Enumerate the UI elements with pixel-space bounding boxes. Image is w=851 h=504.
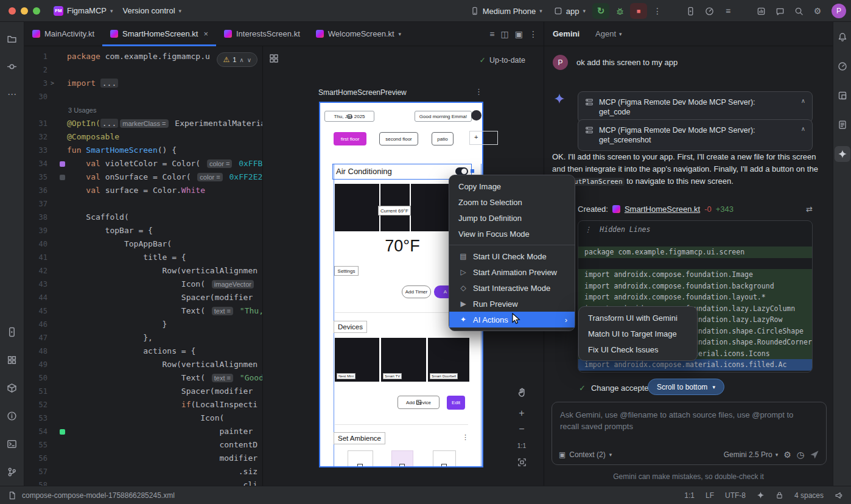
lock-icon[interactable] (776, 491, 783, 499)
send-icon[interactable] (810, 450, 819, 460)
logcat-icon[interactable]: ≡ (720, 3, 737, 19)
submenu-item-match-ui-to-target-image[interactable]: Match UI to Target Image (579, 326, 697, 341)
add-device-button[interactable]: + Add Device (397, 396, 440, 409)
settings-gear-icon[interactable]: ⚙ (809, 3, 826, 19)
tab-agent[interactable]: Agent ▾ (595, 29, 622, 38)
preview-more-icon[interactable]: ⋮ (475, 87, 483, 96)
inspections-widget[interactable]: ⚠ 1 ∧ ∨ (217, 52, 257, 67)
selection-handle[interactable] (471, 169, 474, 173)
search-icon[interactable] (790, 3, 807, 19)
fold-icon[interactable]: > (47, 77, 57, 90)
vcs-menu[interactable]: Version control ▾ (118, 3, 187, 19)
notifications-bell-icon[interactable] (835, 29, 850, 45)
tab-smarthomescreen[interactable]: SmartHomeScreen.kt × (102, 22, 216, 46)
preview-title[interactable]: SmartHomeScreenPreview (318, 88, 407, 97)
minimize-window-button[interactable] (21, 7, 28, 15)
project-tool-icon[interactable] (4, 30, 20, 46)
caret-position[interactable]: 1:1 (684, 491, 695, 500)
color-swatch[interactable] (60, 175, 65, 180)
prompt-settings-icon[interactable]: ⚙ (783, 450, 791, 460)
color-swatch[interactable] (60, 161, 65, 167)
layout-editor-icon[interactable]: ▣ (515, 29, 523, 39)
indent-setting[interactable]: 4 spaces (794, 491, 824, 500)
floor-chip-patio[interactable]: patio (432, 132, 454, 145)
scroll-to-bottom-button[interactable]: Scroll to bottom ▾ (648, 379, 724, 395)
device-selector[interactable]: Medium Phone ▾ (466, 3, 547, 19)
submenu-item-transform-ui-with-gemini[interactable]: Transform UI with Gemini (579, 310, 697, 326)
menu-item-run-preview[interactable]: ▶Run Preview (449, 296, 575, 312)
add-timer-button[interactable]: Add Timer (402, 285, 431, 298)
ai-chat-icon[interactable] (771, 3, 788, 19)
code-editor[interactable]: 1package com.example.figmamcp.u23>import… (24, 46, 262, 486)
menu-item-start-animation-preview[interactable]: ▷Start Animation Preview (449, 264, 575, 280)
run-config-selector[interactable]: app ▾ (549, 3, 590, 19)
services-tool-icon[interactable] (4, 352, 20, 368)
megaphone-icon[interactable] (835, 491, 843, 500)
menu-item-zoom-to-selection[interactable]: Zoom to Selection (449, 194, 575, 210)
usages-hint[interactable]: 3 Usages (24, 103, 262, 117)
ambience-more-icon[interactable]: ⋮ (462, 433, 469, 441)
hidden-lines-label[interactable]: ⋮ Hidden Lines (578, 224, 812, 236)
preview-layout-icon[interactable] (269, 54, 279, 63)
menu-item-jump-to-definition[interactable]: Jump to Definition (449, 210, 575, 226)
context-selector[interactable]: ▣ Context (2) ▾ (559, 450, 612, 459)
stop-button[interactable]: ■ (630, 3, 647, 19)
maximize-window-button[interactable] (33, 7, 40, 15)
ai-spark-icon[interactable] (757, 491, 765, 499)
floor-chip-add[interactable]: + (469, 131, 498, 145)
menu-item-start-interactive-mode[interactable]: ◇Start Interactive Mode (449, 280, 575, 296)
zoom-in-button[interactable]: + (513, 408, 531, 419)
version-control-tool-icon[interactable] (4, 464, 20, 480)
zoom-out-button[interactable]: − (513, 424, 531, 435)
menu-item-view-in-focus-mode[interactable]: View in Focus Mode (449, 226, 575, 242)
expand-icon[interactable]: ∧ (801, 97, 805, 104)
user-avatar[interactable]: P (832, 4, 846, 18)
floor-chip-first[interactable]: first floor (334, 132, 366, 145)
more-tools-icon[interactable]: ⋯ (4, 86, 20, 102)
zoom-to-fit-button[interactable] (513, 458, 531, 467)
close-window-button[interactable] (9, 7, 16, 15)
created-file-link[interactable]: SmartHomeScreen.kt (625, 205, 700, 214)
model-selector[interactable]: Gemini 2.5 Pro ▾ (724, 450, 779, 459)
submenu-item-fix-ui-check-issues[interactable]: Fix UI Check Issues (579, 341, 697, 357)
gemini-input[interactable]: Ask Gemini, use @filename to attach sour… (552, 402, 827, 465)
tab-mainactivity[interactable]: MainActivity.kt (24, 22, 102, 46)
open-diff-icon[interactable]: ⇄ (806, 205, 813, 214)
color-swatch[interactable] (60, 429, 65, 435)
menu-item-copy-image[interactable]: Copy Image (449, 178, 575, 194)
next-issue-icon[interactable]: ∨ (247, 57, 251, 63)
more-options-icon[interactable]: ⋮ (529, 29, 538, 39)
layout-inspector-icon[interactable] (835, 88, 850, 103)
split-editor-icon[interactable]: ◫ (501, 29, 509, 39)
gauge-icon[interactable] (835, 58, 850, 74)
app-insights-icon[interactable] (835, 117, 850, 133)
tab-gemini[interactable]: Gemini (553, 29, 580, 38)
profiler-icon[interactable] (701, 3, 718, 19)
history-icon[interactable]: ◷ (797, 450, 804, 460)
debug-button[interactable] (611, 3, 628, 19)
floor-chip-second[interactable]: second floor (379, 132, 418, 145)
menu-item-start-ui-check-mode[interactable]: ▤Start UI Check Mode (449, 248, 575, 264)
problems-tool-icon[interactable] (4, 408, 20, 424)
project-selector[interactable]: FM FigmaMCP ▾ (49, 3, 118, 19)
more-run-actions[interactable]: ⋮ (649, 3, 666, 19)
tool-call-get-code[interactable]: MCP (Figma Remote Dev Mode MCP Server): … (578, 91, 813, 123)
encoding[interactable]: UTF-8 (725, 491, 746, 500)
terminal-tool-icon[interactable] (4, 436, 20, 452)
running-devices-icon[interactable] (682, 3, 699, 19)
close-tab-icon[interactable]: × (203, 29, 208, 38)
edit-button[interactable]: Edit (447, 396, 465, 410)
expand-icon[interactable]: ∧ (801, 125, 805, 132)
run-button[interactable]: ↻ (592, 3, 609, 19)
tool-call-get-screenshot[interactable]: MCP (Figma Remote Dev Mode MCP Server): … (578, 119, 813, 151)
commit-icon[interactable] (4, 58, 20, 74)
line-ending[interactable]: LF (706, 491, 714, 500)
status-file-name[interactable]: compose-compose-model-1758866285245.xml (22, 491, 175, 500)
pan-tool-icon[interactable] (513, 387, 531, 397)
gemini-tool-icon[interactable] (835, 146, 850, 162)
tab-interestsscreen[interactable]: InterestsScreen.kt (216, 22, 308, 46)
editor-list-icon[interactable]: ≡ (489, 29, 494, 39)
zoom-ratio-button[interactable]: 1:1 (513, 442, 531, 449)
tab-welcomescreen[interactable]: WelcomeScreen.kt ▾ (308, 22, 409, 46)
insights-icon[interactable] (752, 3, 769, 19)
